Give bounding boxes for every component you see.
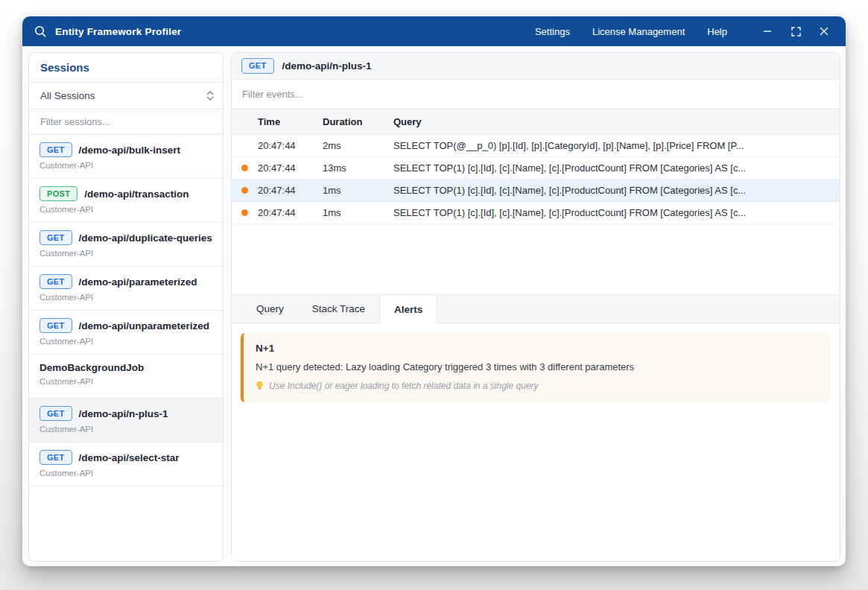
event-row[interactable]: 20:47:44 1ms SELECT TOP(1) [c].[Id], [c]… [232, 180, 840, 202]
method-badge: GET [39, 230, 72, 245]
event-time: 20:47:44 [258, 162, 323, 174]
session-item[interactable]: GET /demo-api/duplicate-queries Customer… [29, 223, 223, 267]
titlebar-menu-item[interactable]: Settings [535, 26, 570, 37]
app-title: Entity Framework Profiler [55, 26, 181, 37]
detail-pane: N+1 N+1 query detected: Lazy loading Cat… [232, 323, 840, 561]
event-query: SELECT TOP(1) [c].[Id], [c].[Name], [c].… [393, 207, 840, 218]
method-badge: GET [39, 142, 72, 157]
close-button[interactable] [814, 21, 834, 42]
session-item[interactable]: GET /demo-api/unparameterized Customer-A… [29, 311, 223, 355]
titlebar-menu: SettingsLicense ManagementHelp [535, 26, 727, 37]
session-filter-select[interactable]: All Sessions [29, 83, 223, 110]
session-path: /demo-api/transaction [84, 188, 189, 200]
method-badge: GET [39, 274, 72, 289]
session-filter-select-value: All Sessions [40, 90, 95, 101]
session-filter-input[interactable] [29, 110, 223, 134]
lightbulb-icon [256, 381, 264, 391]
event-duration: 1ms [323, 185, 393, 196]
session-source: Customer-API [39, 337, 212, 346]
app-window: Entity Framework Profiler SettingsLicens… [22, 16, 846, 566]
event-row[interactable]: 20:47:44 2ms SELECT TOP(@__p_0) [p].[Id]… [232, 135, 840, 157]
alert-dot-icon [241, 209, 248, 216]
session-source: Customer-API [39, 205, 212, 214]
detail-tabs: QueryStack TraceAlerts [232, 294, 840, 323]
column-duration: Duration [323, 116, 393, 127]
event-duration: 1ms [323, 207, 393, 218]
column-query: Query [393, 116, 840, 127]
session-item[interactable]: GET /demo-api/select-star Customer-API [29, 442, 223, 486]
event-filter-field [232, 80, 840, 110]
alert-title: N+1 [256, 343, 819, 354]
event-row[interactable]: 20:47:44 1ms SELECT TOP(1) [c].[Id], [c]… [232, 202, 840, 224]
maximize-button[interactable] [785, 21, 806, 42]
session-path: /demo-api/parameterized [79, 276, 197, 288]
event-filter-input[interactable] [232, 80, 840, 109]
event-time: 20:47:44 [258, 185, 323, 196]
session-path: /demo-api/select-star [79, 452, 180, 463]
tab-query[interactable]: Query [242, 295, 298, 323]
event-time: 20:47:44 [258, 207, 323, 218]
window-controls [757, 21, 834, 42]
method-badge: GET [39, 406, 72, 421]
session-source: Customer-API [39, 425, 212, 434]
events-table-header: Time Duration Query [232, 110, 840, 135]
alert-message: N+1 query detected: Lazy loading Categor… [256, 361, 819, 372]
session-item[interactable]: POST /demo-api/transaction Customer-API [29, 179, 223, 223]
session-item[interactable]: GET /demo-api/n-plus-1 Customer-API [29, 399, 223, 442]
event-duration: 13ms [323, 162, 393, 174]
session-source: Customer-API [39, 293, 212, 302]
tab-stack-trace[interactable]: Stack Trace [298, 295, 379, 323]
sessions-sidebar: Sessions All Sessions GET /demo-api/bulk… [28, 52, 224, 562]
method-badge: GET [39, 318, 72, 333]
session-path: /demo-api/unparameterized [79, 320, 210, 332]
method-badge: POST [39, 186, 77, 201]
request-header: GET /demo-api/n-plus-1 [232, 53, 840, 80]
alert-card: N+1 N+1 query detected: Lazy loading Cat… [241, 333, 831, 402]
session-source: Customer-API [39, 469, 212, 478]
session-item[interactable]: GET /demo-api/bulk-insert Customer-API [29, 135, 223, 179]
session-filter-field [29, 110, 223, 135]
session-item[interactable]: DemoBackgroundJob Customer-API [29, 355, 223, 399]
search-icon [34, 25, 47, 38]
titlebar-menu-item[interactable]: Help [707, 26, 727, 37]
event-duration: 2ms [323, 140, 393, 151]
sessions-title: Sessions [29, 53, 223, 83]
session-item[interactable]: GET /demo-api/parameterized Customer-API [29, 267, 223, 311]
titlebar-menu-item[interactable]: License Management [592, 26, 685, 37]
event-query: SELECT TOP(1) [c].[Id], [c].[Name], [c].… [393, 162, 840, 174]
column-time: Time [258, 116, 323, 127]
alert-dot-icon [241, 187, 248, 194]
session-path: DemoBackgroundJob [39, 362, 144, 373]
session-path: /demo-api/n-plus-1 [79, 408, 168, 419]
tab-alerts[interactable]: Alerts [379, 295, 437, 323]
event-row[interactable]: 20:47:44 13ms SELECT TOP(1) [c].[Id], [c… [232, 157, 840, 180]
request-path: /demo-api/n-plus-1 [282, 60, 372, 72]
events-table-body: 20:47:44 2ms SELECT TOP(@__p_0) [p].[Id]… [232, 135, 840, 224]
main-panel: GET /demo-api/n-plus-1 Time Duration Que… [231, 52, 840, 562]
alert-dot-icon [241, 165, 248, 171]
method-badge: GET [39, 450, 72, 465]
titlebar: Entity Framework Profiler SettingsLicens… [22, 16, 846, 46]
alert-suggestion: Use Include() or eager loading to fetch … [269, 381, 539, 391]
session-path: /demo-api/duplicate-queries [79, 232, 212, 244]
event-time: 20:47:44 [258, 140, 323, 151]
event-query: SELECT TOP(@__p_0) [p].[Id], [p].[Catego… [393, 140, 840, 151]
session-source: Customer-API [39, 377, 212, 386]
minimize-button[interactable] [757, 21, 778, 42]
session-source: Customer-API [39, 161, 212, 170]
request-method-badge: GET [241, 58, 274, 73]
events-table: Time Duration Query 20:47:44 2ms SELECT … [232, 110, 840, 294]
session-list: GET /demo-api/bulk-insert Customer-API P… [29, 135, 223, 561]
session-source: Customer-API [39, 249, 212, 258]
event-query: SELECT TOP(1) [c].[Id], [c].[Name], [c].… [393, 185, 840, 196]
session-path: /demo-api/bulk-insert [79, 145, 181, 156]
chevron-up-down-icon [206, 90, 215, 101]
